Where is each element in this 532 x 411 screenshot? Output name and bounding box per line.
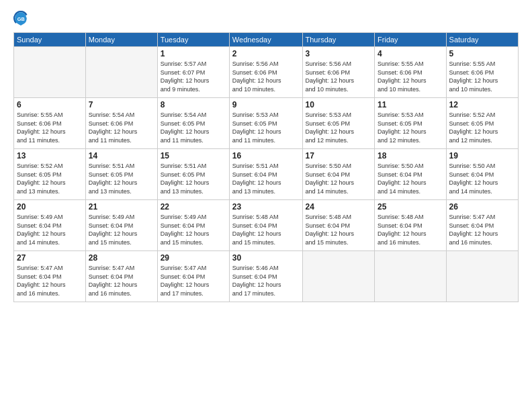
day-number: 9: [232, 100, 300, 109]
calendar-cell: 15Sunrise: 5:51 AMSunset: 6:05 PMDayligh…: [157, 149, 229, 200]
week-row: 27Sunrise: 5:47 AMSunset: 6:04 PMDayligh…: [14, 251, 519, 302]
day-info: Sunrise: 5:49 AMSunset: 6:04 PMDaylight:…: [161, 213, 226, 246]
calendar-cell: 25Sunrise: 5:48 AMSunset: 6:04 PMDayligh…: [375, 200, 447, 251]
day-number: 7: [89, 100, 154, 109]
logo: GB: [13, 11, 31, 26]
weekday-header: Friday: [375, 33, 447, 47]
day-info: Sunrise: 5:52 AMSunset: 6:05 PMDaylight:…: [449, 111, 515, 144]
day-number: 18: [378, 151, 443, 161]
calendar-cell: 11Sunrise: 5:53 AMSunset: 6:05 PMDayligh…: [375, 98, 447, 149]
day-info: Sunrise: 5:50 AMSunset: 6:04 PMDaylight:…: [378, 162, 443, 195]
day-info: Sunrise: 5:47 AMSunset: 6:04 PMDaylight:…: [449, 213, 515, 246]
day-info: Sunrise: 5:50 AMSunset: 6:04 PMDaylight:…: [449, 162, 515, 195]
calendar-cell: 19Sunrise: 5:50 AMSunset: 6:04 PMDayligh…: [446, 149, 518, 200]
day-info: Sunrise: 5:52 AMSunset: 6:05 PMDaylight:…: [17, 162, 83, 195]
weekday-header: Monday: [85, 33, 157, 47]
calendar: SundayMondayTuesdayWednesdayThursdayFrid…: [13, 32, 519, 302]
day-info: Sunrise: 5:49 AMSunset: 6:04 PMDaylight:…: [17, 213, 83, 246]
day-info: Sunrise: 5:55 AMSunset: 6:06 PMDaylight:…: [17, 111, 83, 144]
day-info: Sunrise: 5:46 AMSunset: 6:04 PMDaylight:…: [232, 264, 300, 298]
day-info: Sunrise: 5:47 AMSunset: 6:04 PMDaylight:…: [161, 264, 226, 298]
day-info: Sunrise: 5:49 AMSunset: 6:04 PMDaylight:…: [89, 213, 154, 246]
day-number: 26: [449, 202, 515, 212]
calendar-cell: [85, 47, 157, 98]
week-row: 6Sunrise: 5:55 AMSunset: 6:06 PMDaylight…: [14, 98, 519, 149]
calendar-cell: [14, 47, 86, 98]
day-info: Sunrise: 5:54 AMSunset: 6:05 PMDaylight:…: [161, 111, 226, 144]
day-number: 16: [232, 151, 300, 161]
day-info: Sunrise: 5:51 AMSunset: 6:05 PMDaylight:…: [89, 162, 154, 195]
calendar-cell: 5Sunrise: 5:55 AMSunset: 6:06 PMDaylight…: [446, 47, 518, 98]
day-info: Sunrise: 5:47 AMSunset: 6:04 PMDaylight:…: [17, 264, 83, 298]
day-info: Sunrise: 5:55 AMSunset: 6:06 PMDaylight:…: [378, 60, 443, 93]
day-number: 13: [17, 151, 83, 161]
day-number: 10: [306, 100, 372, 109]
calendar-cell: 18Sunrise: 5:50 AMSunset: 6:04 PMDayligh…: [375, 149, 447, 200]
weekday-header: Tuesday: [157, 33, 229, 47]
weekday-header: Sunday: [14, 33, 86, 47]
day-info: Sunrise: 5:55 AMSunset: 6:06 PMDaylight:…: [449, 60, 515, 93]
calendar-cell: 14Sunrise: 5:51 AMSunset: 6:05 PMDayligh…: [85, 149, 157, 200]
day-info: Sunrise: 5:47 AMSunset: 6:04 PMDaylight:…: [89, 264, 154, 298]
svg-text:GB: GB: [17, 16, 25, 22]
day-number: 19: [449, 151, 515, 161]
day-number: 23: [232, 202, 300, 212]
day-number: 28: [89, 253, 154, 263]
page: GB SundayMondayTuesdayWednesdayThursdayF…: [0, 0, 532, 411]
day-number: 11: [378, 100, 443, 109]
day-info: Sunrise: 5:53 AMSunset: 6:05 PMDaylight:…: [306, 111, 372, 144]
day-number: 22: [161, 202, 226, 212]
day-info: Sunrise: 5:51 AMSunset: 6:05 PMDaylight:…: [161, 162, 226, 195]
calendar-cell: 12Sunrise: 5:52 AMSunset: 6:05 PMDayligh…: [446, 98, 518, 149]
calendar-cell: 3Sunrise: 5:56 AMSunset: 6:06 PMDaylight…: [302, 47, 375, 98]
day-info: Sunrise: 5:48 AMSunset: 6:04 PMDaylight:…: [378, 213, 443, 246]
day-number: 4: [378, 49, 443, 58]
calendar-cell: 13Sunrise: 5:52 AMSunset: 6:05 PMDayligh…: [14, 149, 86, 200]
calendar-cell: 6Sunrise: 5:55 AMSunset: 6:06 PMDaylight…: [14, 98, 86, 149]
calendar-cell: [446, 251, 518, 302]
weekday-header: Saturday: [446, 33, 518, 47]
calendar-cell: 17Sunrise: 5:50 AMSunset: 6:04 PMDayligh…: [302, 149, 375, 200]
day-number: 17: [306, 151, 372, 161]
day-number: 30: [232, 253, 300, 263]
day-number: 8: [161, 100, 226, 109]
day-number: 21: [89, 202, 154, 212]
calendar-cell: 16Sunrise: 5:51 AMSunset: 6:04 PMDayligh…: [229, 149, 302, 200]
calendar-cell: 24Sunrise: 5:48 AMSunset: 6:04 PMDayligh…: [302, 200, 375, 251]
day-number: 29: [161, 253, 226, 263]
day-number: 25: [378, 202, 443, 212]
day-number: 2: [232, 49, 300, 58]
calendar-cell: 28Sunrise: 5:47 AMSunset: 6:04 PMDayligh…: [85, 251, 157, 302]
week-row: 13Sunrise: 5:52 AMSunset: 6:05 PMDayligh…: [14, 149, 519, 200]
day-info: Sunrise: 5:57 AMSunset: 6:07 PMDaylight:…: [161, 60, 226, 93]
day-number: 3: [306, 49, 372, 58]
day-number: 12: [449, 100, 515, 109]
week-row: 20Sunrise: 5:49 AMSunset: 6:04 PMDayligh…: [14, 200, 519, 251]
day-info: Sunrise: 5:53 AMSunset: 6:05 PMDaylight:…: [232, 111, 300, 144]
calendar-cell: 7Sunrise: 5:54 AMSunset: 6:06 PMDaylight…: [85, 98, 157, 149]
calendar-cell: 10Sunrise: 5:53 AMSunset: 6:05 PMDayligh…: [302, 98, 375, 149]
calendar-cell: 27Sunrise: 5:47 AMSunset: 6:04 PMDayligh…: [14, 251, 86, 302]
calendar-cell: 1Sunrise: 5:57 AMSunset: 6:07 PMDaylight…: [157, 47, 229, 98]
weekday-header-row: SundayMondayTuesdayWednesdayThursdayFrid…: [14, 33, 519, 47]
calendar-cell: 4Sunrise: 5:55 AMSunset: 6:06 PMDaylight…: [375, 47, 447, 98]
day-number: 1: [161, 49, 226, 58]
day-number: 24: [306, 202, 372, 212]
day-number: 5: [449, 49, 515, 58]
calendar-cell: 20Sunrise: 5:49 AMSunset: 6:04 PMDayligh…: [14, 200, 86, 251]
day-number: 27: [17, 253, 83, 263]
weekday-header: Wednesday: [229, 33, 302, 47]
calendar-cell: 26Sunrise: 5:47 AMSunset: 6:04 PMDayligh…: [446, 200, 518, 251]
day-number: 14: [89, 151, 154, 161]
day-number: 15: [161, 151, 226, 161]
header: GB: [13, 11, 519, 26]
day-info: Sunrise: 5:56 AMSunset: 6:06 PMDaylight:…: [306, 60, 372, 93]
day-number: 20: [17, 202, 83, 212]
calendar-cell: 30Sunrise: 5:46 AMSunset: 6:04 PMDayligh…: [229, 251, 302, 302]
calendar-cell: 21Sunrise: 5:49 AMSunset: 6:04 PMDayligh…: [85, 200, 157, 251]
calendar-cell: 2Sunrise: 5:56 AMSunset: 6:06 PMDaylight…: [229, 47, 302, 98]
calendar-cell: 9Sunrise: 5:53 AMSunset: 6:05 PMDaylight…: [229, 98, 302, 149]
weekday-header: Thursday: [302, 33, 375, 47]
day-info: Sunrise: 5:50 AMSunset: 6:04 PMDaylight:…: [306, 162, 372, 195]
day-info: Sunrise: 5:54 AMSunset: 6:06 PMDaylight:…: [89, 111, 154, 144]
